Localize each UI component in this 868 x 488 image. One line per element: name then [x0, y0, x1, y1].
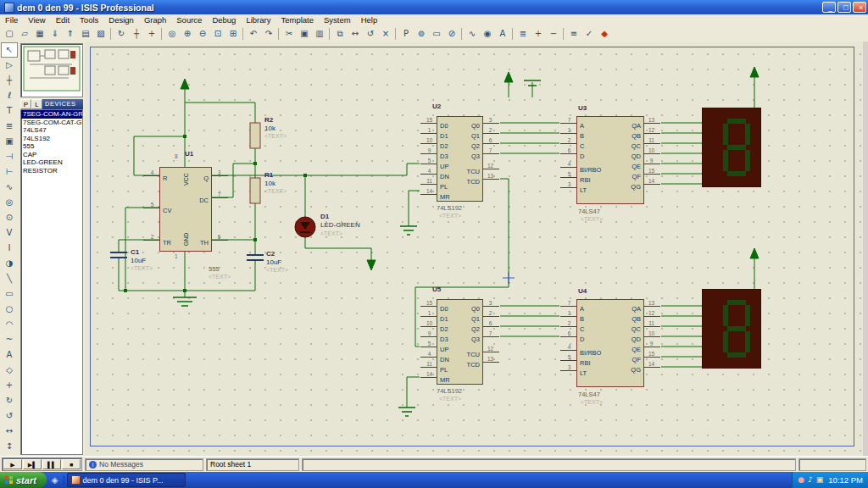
print-icon[interactable]: ▤ — [78, 27, 93, 41]
cut-icon[interactable]: ✂ — [281, 27, 297, 41]
zoom-all-icon[interactable]: ⊡ — [210, 27, 225, 41]
seven-segment-display-2[interactable] — [702, 289, 761, 369]
search-tag-icon[interactable]: ◉ — [480, 27, 495, 41]
schematic-preview[interactable] — [20, 43, 83, 97]
subcircuit-mode-icon[interactable]: ▣ — [1, 134, 18, 149]
menu-item[interactable]: Source — [171, 15, 207, 25]
device-list-item[interactable]: 7SEG-COM-CAT-GRN — [21, 119, 82, 127]
menu-item[interactable]: Library — [241, 15, 275, 25]
design-explorer-icon[interactable]: ≣ — [515, 27, 531, 41]
selection-mode-icon[interactable]: ↖ — [1, 42, 18, 58]
chip-u2-74ls192[interactable]: 15D01D110D29D35UP4DN11PL14MR 3Q02Q16Q27Q… — [437, 116, 483, 202]
menu-item[interactable]: Help — [356, 15, 383, 25]
menu-item[interactable]: Debug — [207, 15, 241, 25]
line-graphic-icon[interactable]: ╲ — [1, 271, 18, 286]
voltage-probe-mode-icon[interactable]: V — [1, 225, 18, 241]
box-graphic-icon[interactable]: ▭ — [1, 286, 18, 302]
current-probe-mode-icon[interactable]: I — [1, 241, 18, 256]
false-origin-icon[interactable]: + — [144, 27, 159, 41]
led-d1[interactable] — [295, 217, 315, 237]
resistor-r2[interactable] — [250, 123, 260, 148]
menu-item[interactable]: Edit — [51, 15, 75, 25]
text-graphic-icon[interactable]: A — [1, 347, 18, 363]
pause-button[interactable]: ▌▌ — [42, 459, 61, 469]
make-device-icon[interactable]: ⊚ — [414, 27, 429, 41]
menu-item[interactable]: File — [0, 15, 23, 25]
mirror-horizontal-icon[interactable]: ↔ — [1, 424, 18, 439]
device-list-item[interactable]: CAP — [21, 151, 82, 159]
block-rotate-icon[interactable]: ↺ — [363, 27, 378, 41]
play-button[interactable]: ▶ — [3, 459, 22, 469]
new-file-icon[interactable]: ▢ — [2, 27, 17, 41]
path-graphic-icon[interactable]: ~ — [1, 332, 18, 347]
open-file-icon[interactable]: ▱ — [17, 27, 32, 41]
rotate-anticlockwise-icon[interactable]: ↺ — [1, 408, 18, 424]
copy-icon[interactable]: ▣ — [297, 27, 312, 41]
seven-segment-display-1[interactable] — [702, 108, 761, 187]
export-icon[interactable]: ⇑ — [63, 27, 78, 41]
pick-devices-button[interactable]: P — [20, 99, 31, 109]
refresh-icon[interactable]: ↻ — [114, 27, 129, 41]
marker-graphic-icon[interactable]: + — [1, 378, 18, 393]
wire-label-mode-icon[interactable]: ℓ — [1, 88, 18, 103]
bill-of-materials-icon[interactable]: ≡ — [566, 27, 581, 41]
property-assignment-icon[interactable]: A — [495, 27, 510, 41]
center-view-icon[interactable]: ◎ — [164, 27, 180, 41]
grid-toggle-icon[interactable]: ┼ — [129, 27, 144, 41]
zoom-out-icon[interactable]: ⊖ — [195, 27, 210, 41]
tray-blue-icon[interactable]: ▣ — [816, 472, 824, 488]
generator-mode-icon[interactable]: ⊙ — [1, 210, 18, 225]
chip-u4-74ls47[interactable]: 7A1B2C6D4BI/RBO5RBI3LT 13QA12QB11QC10QD9… — [576, 299, 644, 387]
new-sheet-icon[interactable]: + — [531, 27, 546, 41]
save-file-icon[interactable]: ▦ — [32, 27, 47, 41]
step-button[interactable]: ▶▌ — [23, 459, 42, 469]
capacitor-c2[interactable] — [247, 255, 264, 260]
resistor-r1[interactable] — [250, 178, 260, 203]
graph-mode-icon[interactable]: ∿ — [1, 180, 18, 195]
library-manager-button[interactable]: L — [31, 99, 42, 109]
tray-red-icon[interactable]: ● — [798, 472, 804, 488]
electrical-rule-check-icon[interactable]: ✓ — [581, 27, 597, 41]
device-list-item[interactable]: 7SEG-COM-AN-GRN — [21, 110, 82, 119]
device-pin-mode-icon[interactable]: ⊢ — [1, 164, 18, 180]
remove-sheet-icon[interactable]: − — [546, 27, 561, 41]
redo-icon[interactable]: ↷ — [261, 27, 276, 41]
undo-icon[interactable]: ↶ — [246, 27, 261, 41]
taskbar-item-isis[interactable]: dem 0 den 99 - ISIS P... — [67, 473, 186, 487]
rotate-clockwise-icon[interactable]: ↻ — [1, 393, 18, 408]
capacitor-c1[interactable] — [110, 252, 127, 258]
mark-output-area-icon[interactable]: ▧ — [93, 27, 108, 41]
start-button[interactable]: start — [0, 472, 47, 488]
chip-u3-74ls47[interactable]: 7A1B2C6D4BI/RBO5RBI3LT 13QA12QB11QC10QD9… — [576, 116, 644, 204]
chip-u5-74ls192[interactable]: 15D01D110D29D35UP4DN11PL14MR 3Q02Q16Q27Q… — [437, 299, 483, 385]
menu-item[interactable]: Design — [103, 15, 139, 25]
netlist-to-ares-icon[interactable]: ◆ — [597, 27, 612, 41]
symbol-graphic-icon[interactable]: ◇ — [1, 363, 18, 378]
virtual-instrument-mode-icon[interactable]: ◑ — [1, 256, 18, 271]
quick-launch-icon[interactable]: ◈ — [47, 475, 64, 485]
packaging-tool-icon[interactable]: ▭ — [429, 27, 444, 41]
pick-parts-icon[interactable]: P — [398, 27, 414, 41]
maximize-button[interactable]: □ — [837, 2, 851, 13]
component-mode-icon[interactable]: ▷ — [1, 58, 18, 73]
mirror-vertical-icon[interactable]: ↕ — [1, 439, 18, 454]
device-list-item[interactable]: 74LS47 — [21, 126, 82, 135]
tape-recorder-mode-icon[interactable]: ◎ — [1, 195, 18, 210]
decompose-icon[interactable]: ⊘ — [444, 27, 459, 41]
wire-autorouter-icon[interactable]: ∿ — [465, 27, 480, 41]
menu-item[interactable]: Graph — [139, 15, 171, 25]
volume-icon[interactable]: ♪ — [808, 472, 813, 488]
device-list-item[interactable]: 74LS192 — [21, 135, 82, 143]
stop-button[interactable]: ■ — [62, 459, 81, 469]
zoom-area-icon[interactable]: ⊞ — [225, 27, 241, 41]
device-list-item[interactable]: LED-GREEN — [21, 158, 82, 167]
text-script-mode-icon[interactable]: T — [1, 103, 18, 119]
terminal-mode-icon[interactable]: ⊣ — [1, 149, 18, 164]
close-button[interactable]: × — [853, 2, 866, 13]
paste-icon[interactable]: ▥ — [312, 27, 327, 41]
zoom-in-icon[interactable]: ⊕ — [180, 27, 195, 41]
import-icon[interactable]: ⇓ — [47, 27, 63, 41]
menu-item[interactable]: View — [23, 15, 50, 25]
chip-u1-555[interactable]: 4R 5CV 2TR 3Q 7DC 6TH VCC GND — [159, 167, 212, 252]
menu-item[interactable]: System — [319, 15, 356, 25]
